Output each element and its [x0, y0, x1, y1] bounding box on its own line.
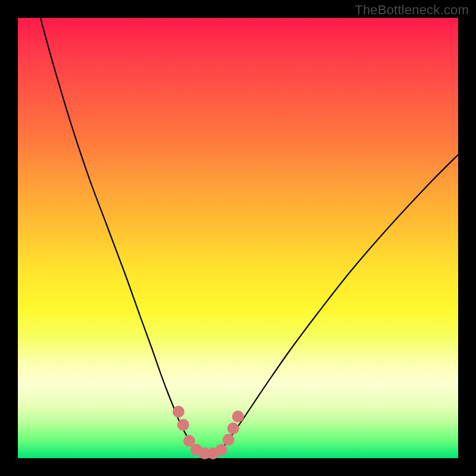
chain-marker — [215, 444, 227, 456]
curve-svg — [18, 18, 458, 458]
chain-marker — [223, 434, 234, 446]
watermark-text: TheBottleneck.com — [355, 2, 469, 18]
chain-marker — [173, 406, 184, 418]
chain-marker — [232, 411, 244, 422]
curve-layer — [40, 18, 458, 454]
marker-layer — [173, 406, 244, 459]
chain-marker — [177, 419, 189, 431]
plot-area — [18, 18, 458, 458]
chain-marker — [227, 422, 239, 434]
image-frame: TheBottleneck.com — [0, 0, 476, 476]
bottleneck-curve — [40, 18, 458, 454]
